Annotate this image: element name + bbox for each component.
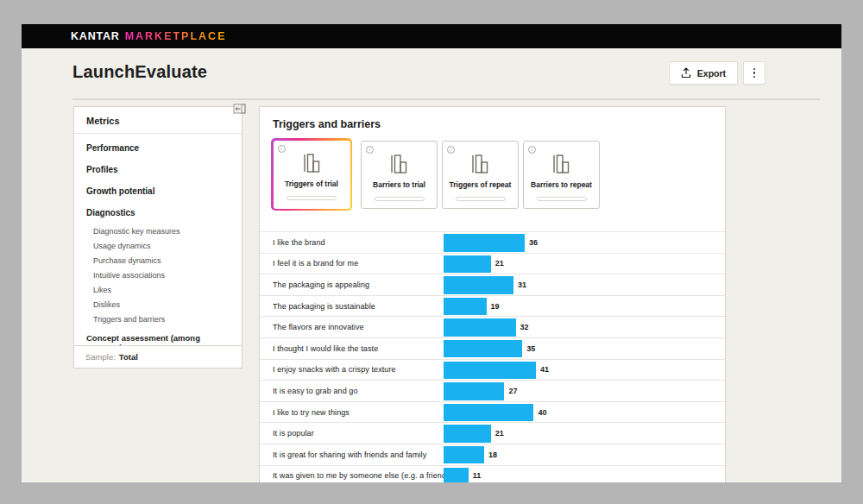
chart-value-label: 18 — [488, 444, 497, 465]
info-icon[interactable] — [366, 146, 374, 154]
brand-kantar: KANTAR — [71, 30, 120, 42]
chart-category-label: It is easy to grab and go — [260, 387, 358, 395]
app-window: KANTAR MARKETPLACE LaunchEvaluate Export — [22, 24, 841, 482]
sample-label: Sample: — [85, 352, 116, 362]
bar-chart-icon — [300, 152, 324, 174]
chart-category-label: It was given to me by someone else (e.g.… — [260, 471, 449, 480]
section-title: Triggers and barriers — [273, 118, 381, 130]
card-sparkline-placeholder — [375, 197, 425, 201]
chart-category-label: It is great for sharing with friends and… — [260, 450, 426, 459]
card-sparkline-placeholder — [287, 196, 337, 200]
bar-chart-icon — [387, 153, 411, 175]
sample-value: Total — [119, 352, 138, 362]
chart-value-label: 11 — [473, 466, 482, 482]
sidebar-item-dislikes[interactable]: Dislikes — [74, 297, 242, 312]
sidebar-item-performance[interactable]: Performance — [74, 137, 242, 159]
sidebar-item-likes[interactable]: Likes — [74, 282, 242, 297]
chart-row: The packaging is appealing31 — [260, 274, 725, 295]
sidebar-item-purchase-dynamics[interactable]: Purchase dynamics — [74, 253, 242, 268]
chart-row: The flavors are innovative32 — [260, 316, 725, 337]
chart-row: I thought I would like the taste35 — [260, 337, 725, 359]
card-label: Triggers of trial — [285, 180, 338, 188]
card-barriers-to-repeat[interactable]: Barriers to repeat — [523, 141, 600, 209]
chart-row: It was given to me by someone else (e.g.… — [260, 465, 725, 482]
sidebar-item-triggers-and-barriers[interactable]: Triggers and barriers — [74, 312, 242, 326]
sidebar-item-profiles[interactable]: Profiles — [74, 159, 242, 180]
export-icon — [681, 67, 691, 79]
brand-marketplace: MARKETPLACE — [125, 30, 227, 42]
chart-value-label: 21 — [495, 423, 504, 444]
sidebar-item-diagnostic-key-measures[interactable]: Diagnostic key measures — [74, 224, 242, 238]
chart-row: It is popular21 — [260, 422, 725, 444]
chart-row: The packaging is sustainable19 — [260, 295, 725, 317]
chart-row: It is easy to grab and go27 — [260, 380, 725, 401]
chart-bar — [444, 276, 513, 294]
chart-value-label: 32 — [520, 317, 529, 337]
info-icon[interactable] — [278, 145, 286, 153]
bar-chart-icon — [550, 153, 573, 175]
sidebar: Metrics Performance Profiles Growth pote… — [73, 106, 243, 362]
card-triggers-of-trial[interactable]: Triggers of trial — [271, 138, 352, 211]
chart-category-label: The flavors are innovative — [260, 323, 364, 331]
chart-bar — [444, 425, 491, 443]
export-button[interactable]: Export — [669, 61, 738, 85]
chart-value-label: 21 — [495, 254, 504, 274]
main-panel: Triggers and barriers Triggers of trial — [259, 106, 726, 482]
chart-value-label: 40 — [538, 402, 546, 423]
card-triggers-of-repeat[interactable]: Triggers of repeat — [442, 141, 519, 209]
chart-category-label: The packaging is appealing — [260, 280, 369, 289]
page-title: LaunchEvaluate — [72, 62, 207, 82]
chart-bar — [444, 255, 491, 274]
card-barriers-to-trial[interactable]: Barriers to trial — [361, 141, 438, 209]
chart-row: I feel it is a brand for me21 — [260, 253, 725, 274]
chart-row: I like the brand36 — [260, 231, 725, 253]
sidebar-item-usage-dynamics[interactable]: Usage dynamics — [74, 238, 242, 253]
chart-row: It is great for sharing with friends and… — [260, 444, 725, 465]
chart-bar — [444, 468, 469, 482]
chart-category-label: I thought I would like the taste — [260, 344, 378, 353]
sidebar-item-intuitive-associations[interactable]: Intuitive associations — [74, 268, 242, 282]
header-actions: Export — [669, 61, 765, 85]
chart-value-label: 36 — [529, 232, 538, 253]
sidebar-title: Metrics — [74, 107, 242, 134]
card-label: Barriers to repeat — [531, 180, 592, 189]
chart-bar — [444, 234, 525, 252]
card-sparkline-placeholder — [537, 197, 587, 201]
chart-category-label: I like to try new things — [260, 408, 350, 417]
chart-bar — [444, 362, 536, 380]
chart-category-label: It is popular — [260, 429, 314, 438]
chart-category-label: The packaging is sustainable — [260, 302, 375, 311]
kebab-icon — [753, 68, 756, 79]
chart-category-label: I enjoy snacks with a crispy texture — [260, 365, 396, 374]
info-icon[interactable] — [528, 146, 536, 154]
chart-bar — [444, 382, 504, 400]
chart-row: I enjoy snacks with a crispy texture41 — [260, 359, 725, 381]
chart-value-label: 31 — [518, 274, 526, 295]
chart-row: I like to try new things40 — [260, 401, 725, 423]
brand-logo: KANTAR MARKETPLACE — [71, 30, 227, 42]
sidebar-item-growth-potential[interactable]: Growth potential — [74, 180, 242, 202]
metric-cards: Triggers of trial Barriers to trial — [271, 138, 600, 211]
info-icon[interactable] — [447, 146, 455, 154]
chart-bar — [444, 404, 533, 422]
chart-category-label: I like the brand — [260, 238, 325, 247]
chart-value-label: 35 — [526, 338, 535, 359]
header-divider — [72, 98, 820, 100]
sample-selector[interactable]: Sample: Total — [73, 345, 243, 369]
chart-value-label: 41 — [540, 360, 549, 381]
card-label: Barriers to trial — [373, 180, 425, 189]
chart-value-label: 19 — [491, 296, 500, 317]
card-label: Triggers of repeat — [450, 180, 512, 189]
chart-rows: I like the brand36I feel it is a brand f… — [260, 231, 725, 482]
chart-bar — [444, 340, 522, 358]
sidebar-collapse-icon[interactable] — [233, 104, 246, 114]
more-options-button[interactable] — [743, 61, 765, 85]
chart-bar — [444, 318, 516, 337]
card-sparkline-placeholder — [456, 197, 506, 201]
bar-chart-icon — [469, 153, 492, 175]
chart-category-label: I feel it is a brand for me — [260, 259, 358, 268]
chart-bar — [444, 446, 484, 464]
top-bar: KANTAR MARKETPLACE — [22, 24, 841, 48]
chart-bar — [444, 298, 487, 316]
sidebar-item-diagnostics[interactable]: Diagnostics — [74, 202, 242, 224]
